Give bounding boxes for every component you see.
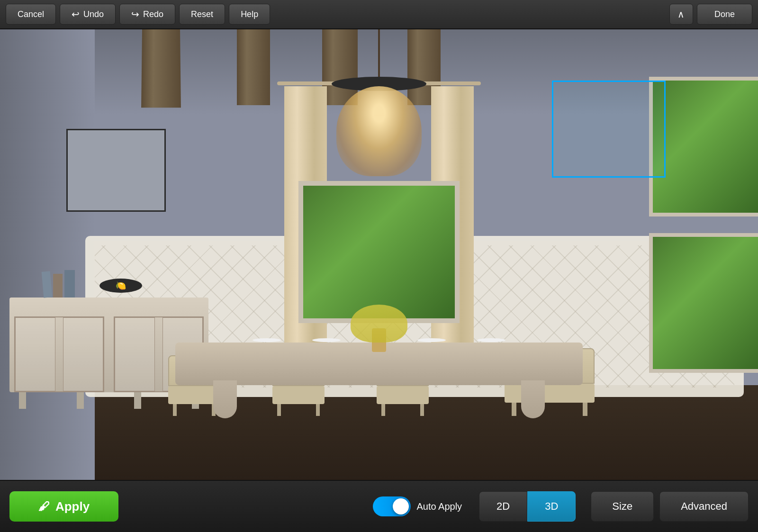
sideboard-books — [43, 269, 90, 298]
done-button[interactable]: Done — [697, 4, 752, 25]
sideboard-leg — [134, 392, 141, 409]
help-button[interactable]: Help — [229, 4, 270, 25]
window-lower-right — [649, 233, 758, 373]
flower-vase — [351, 305, 407, 343]
view-2d-button[interactable]: 2D — [479, 491, 527, 522]
apply-button[interactable]: 🖌 Apply — [9, 491, 118, 522]
chevron-up-icon: ∧ — [677, 9, 685, 20]
undo-icon: ↩ — [72, 9, 80, 20]
paint-brush-icon: 🖌 — [38, 500, 50, 513]
auto-apply-toggle[interactable] — [373, 496, 411, 516]
redo-icon: ↪ — [131, 9, 139, 20]
cabinet-door — [15, 317, 55, 391]
window-upper-right — [649, 77, 758, 216]
picture-frame[interactable] — [66, 129, 166, 212]
center-window — [298, 181, 460, 323]
chandelier-crystals — [336, 86, 422, 176]
sideboard-leg — [19, 392, 26, 409]
table-leg-left — [213, 380, 237, 418]
view-3d-button[interactable]: 3D — [527, 491, 576, 522]
auto-apply-toggle-group: Auto Apply — [373, 496, 462, 516]
bottom-toolbar: 🖌 Apply Auto Apply 2D 3D Size Advanced — [0, 480, 758, 532]
ceiling-beam — [141, 29, 181, 108]
undo-button[interactable]: ↩ Undo — [60, 4, 116, 25]
cabinet-door — [115, 317, 155, 391]
cabinet-door — [63, 317, 103, 391]
view-mode-group: 2D 3D — [479, 491, 576, 522]
sideboard-leg — [77, 392, 84, 409]
bottom-right-buttons: Size Advanced — [591, 491, 749, 522]
cancel-button[interactable]: Cancel — [6, 4, 56, 25]
top-toolbar: Cancel ↩ Undo ↪ Redo Reset Help ∧ Done — [0, 0, 758, 29]
dining-table[interactable] — [175, 343, 583, 385]
room-background: 🍋 — [0, 29, 758, 480]
collapse-button[interactable]: ∧ — [669, 4, 693, 25]
size-button[interactable]: Size — [591, 491, 654, 522]
table-leg-right — [521, 380, 545, 418]
sideboard-cabinet-left — [14, 316, 104, 392]
fruit-bowl: 🍋 — [99, 279, 142, 293]
redo-button[interactable]: ↪ Redo — [119, 4, 175, 25]
toggle-knob — [393, 498, 409, 514]
scene-viewport[interactable]: 🍋 — [0, 29, 758, 480]
reset-button[interactable]: Reset — [179, 4, 225, 25]
left-wall — [0, 29, 95, 480]
ceiling-beam — [237, 29, 270, 105]
chandelier — [322, 77, 436, 181]
auto-apply-label: Auto Apply — [416, 501, 462, 512]
advanced-button[interactable]: Advanced — [659, 491, 749, 522]
